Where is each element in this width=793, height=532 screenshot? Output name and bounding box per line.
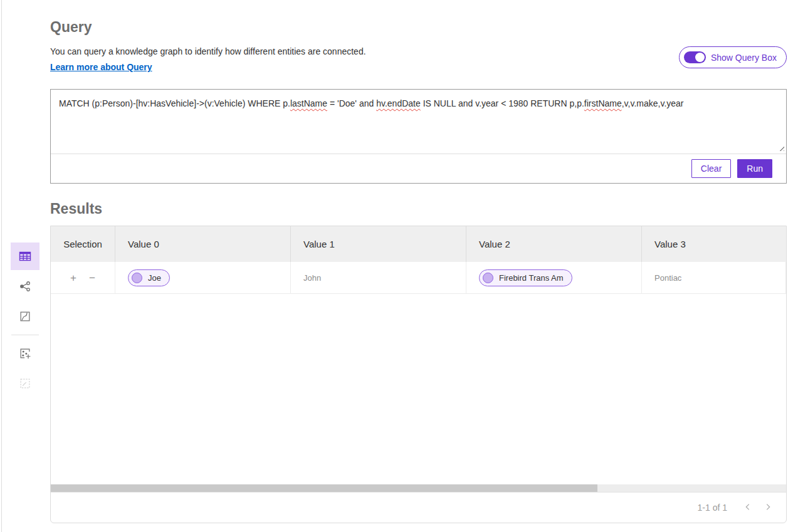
table-view-icon xyxy=(18,249,33,264)
pagination-range-label: 1-1 of 1 xyxy=(698,503,727,513)
map-view-button[interactable] xyxy=(11,303,39,330)
run-button[interactable]: Run xyxy=(737,159,772,178)
toggle-label: Show Query Box xyxy=(711,53,777,63)
query-panel: MATCH (p:Person)-[hv:HasVehicle]->(v:Veh… xyxy=(50,89,787,184)
horizontal-scrollbar[interactable] xyxy=(51,484,786,492)
map-view-icon xyxy=(18,310,32,323)
link-chart-view-button[interactable] xyxy=(11,273,39,300)
chevron-left-icon xyxy=(743,503,752,513)
table-footer: 1-1 of 1 xyxy=(51,492,786,523)
entity-pill-person[interactable]: Joe xyxy=(128,269,170,286)
pagination-next-button[interactable] xyxy=(762,501,774,514)
results-view-rail xyxy=(0,0,50,532)
add-to-map-button[interactable] xyxy=(11,370,39,397)
results-table: Selection Value 0 Value 1 Value 2 Value … xyxy=(50,226,787,523)
table-view-button[interactable] xyxy=(11,243,39,270)
value2-cell: Firebird Trans Am xyxy=(466,262,642,293)
page-title: Query xyxy=(50,19,787,36)
column-header-value2: Value 2 xyxy=(466,226,642,262)
link-chart-view-icon xyxy=(18,279,32,293)
add-to-selection-button[interactable]: + xyxy=(70,273,76,283)
page-description: You can query a knowledge graph to ident… xyxy=(50,46,787,56)
learn-more-link[interactable]: Learn more about Query xyxy=(50,62,152,72)
query-textarea[interactable]: MATCH (p:Person)-[hv:HasVehicle]->(v:Veh… xyxy=(51,90,786,154)
entity-pill-label: Joe xyxy=(148,273,161,283)
column-header-value1: Value 1 xyxy=(291,226,466,262)
horizontal-scrollbar-thumb[interactable] xyxy=(51,484,597,492)
column-header-selection: Selection xyxy=(51,226,115,262)
textarea-resize-handle[interactable] xyxy=(777,144,784,151)
column-header-value0: Value 0 xyxy=(115,226,291,262)
entity-pill-vehicle[interactable]: Firebird Trans Am xyxy=(479,269,572,286)
value3-cell: Pontiac xyxy=(642,262,786,293)
column-header-value3: Value 3 xyxy=(642,226,786,262)
clear-button[interactable]: Clear xyxy=(691,159,731,178)
selection-cell: + − xyxy=(51,262,115,293)
query-footer: Clear Run xyxy=(51,154,786,183)
show-query-box-toggle[interactable]: Show Query Box xyxy=(679,46,787,68)
add-to-link-chart-icon xyxy=(18,347,32,360)
entity-dot-icon xyxy=(132,273,142,283)
rail-divider xyxy=(11,335,39,335)
results-title: Results xyxy=(50,201,787,217)
table-row: + − Joe John Firebird Trans Am Pontiac xyxy=(51,262,786,294)
entity-pill-label: Firebird Trans Am xyxy=(499,273,564,283)
toggle-switch-icon xyxy=(684,51,706,63)
table-header-row: Selection Value 0 Value 1 Value 2 Value … xyxy=(51,226,786,262)
entity-dot-icon xyxy=(483,273,493,283)
table-body-empty-area xyxy=(51,294,786,484)
value0-cell: Joe xyxy=(115,262,291,293)
value1-cell: John xyxy=(291,262,466,293)
add-to-map-icon xyxy=(18,377,32,390)
remove-from-selection-button[interactable]: − xyxy=(89,273,95,283)
chevron-right-icon xyxy=(764,503,772,513)
add-to-link-chart-button[interactable] xyxy=(11,340,39,367)
pagination-prev-button[interactable] xyxy=(742,501,754,514)
